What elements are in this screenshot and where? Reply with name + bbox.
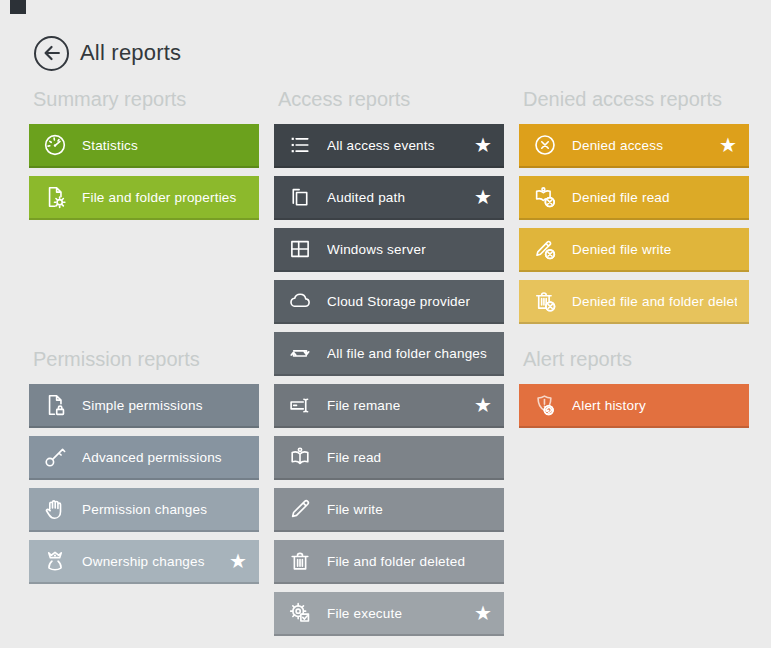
favorite-star-icon: ★ [468,135,492,155]
section-title: Permission reports [33,348,255,371]
report-button-label: File write [327,502,383,517]
hand-icon [42,496,68,522]
report-button-file-execute[interactable]: File execute★ [274,592,504,636]
back-button[interactable] [34,36,69,71]
page-header: All reports [34,35,181,71]
report-button-advanced-permissions[interactable]: Advanced permissions [29,436,259,480]
report-button-label: Denied access [572,138,663,153]
section-title: Summary reports [33,88,255,111]
report-button-file-and-folder-properties[interactable]: File and folder properties [29,176,259,220]
report-button-label: Cloud Storage provider [327,294,470,309]
report-button-label: File and folder deleted [327,554,465,569]
report-button-label: Denied file read [572,190,670,205]
favorite-star-icon: ★ [468,187,492,207]
section-access-reports: Access reportsAll access events★Audited … [274,88,504,644]
favorite-star-icon: ★ [223,551,247,571]
section-alert-reports: Alert reportsAlert history [519,348,749,436]
report-button-statistics[interactable]: Statistics [29,124,259,168]
trash-icon [287,548,313,574]
favorite-star-icon: ★ [468,603,492,623]
page-title: All reports [80,40,181,66]
shield-alert-history-icon [532,392,558,418]
report-button-label: All access events [327,138,435,153]
report-button-label: Simple permissions [82,398,203,413]
report-button-label: Denied file write [572,242,671,257]
section-denied-access-reports: Denied access reportsDenied access★Denie… [519,88,749,332]
section-title: Access reports [278,88,500,111]
report-button-cloud-storage-provider[interactable]: Cloud Storage provider [274,280,504,324]
report-button-label: Ownership changes [82,554,205,569]
report-button-denied-file-write[interactable]: Denied file write [519,228,749,272]
section-summary-reports: Summary reportsStatisticsFile and folder… [29,88,259,228]
windows-icon [287,236,313,262]
document-gear-icon [42,184,68,210]
report-button-label: Audited path [327,190,405,205]
section-permission-reports: Permission reportsSimple permissionsAdva… [29,348,259,592]
gauge-icon [42,132,68,158]
key-icon [42,444,68,470]
report-button-label: Alert history [572,398,646,413]
pencil-icon [287,496,313,522]
list-icon [287,132,313,158]
report-button-denied-file-and-folder-delete[interactable]: Denied file and folder delete [519,280,749,324]
favorite-star-icon: ★ [713,135,737,155]
open-book-icon [287,444,313,470]
report-button-label: Denied file and folder delete [572,294,737,309]
report-button-alert-history[interactable]: Alert history [519,384,749,428]
report-button-label: File remane [327,398,400,413]
report-button-file-read[interactable]: File read [274,436,504,480]
report-button-simple-permissions[interactable]: Simple permissions [29,384,259,428]
cloud-icon [287,288,313,314]
circle-x-icon [532,132,558,158]
report-button-label: File read [327,450,381,465]
report-button-ownership-changes[interactable]: Ownership changes★ [29,540,259,584]
report-button-denied-file-read[interactable]: Denied file read [519,176,749,220]
rename-field-icon [287,392,313,418]
pencil-x-icon [532,236,558,262]
report-button-label: File execute [327,606,402,621]
report-button-file-and-folder-deleted[interactable]: File and folder deleted [274,540,504,584]
crown-person-icon [42,548,68,574]
report-button-file-remane[interactable]: File remane★ [274,384,504,428]
report-button-label: Windows server [327,242,426,257]
document-lock-icon [42,392,68,418]
gear-check-icon [287,600,313,626]
copy-pages-icon [287,184,313,210]
report-button-label: Advanced permissions [82,450,222,465]
report-button-denied-access[interactable]: Denied access★ [519,124,749,168]
book-x-icon [532,184,558,210]
back-arrow-icon [41,42,63,64]
report-button-all-file-and-folder-changes[interactable]: All file and folder changes [274,332,504,376]
report-button-label: Statistics [82,138,138,153]
report-button-permission-changes[interactable]: Permission changes [29,488,259,532]
report-button-windows-server[interactable]: Windows server [274,228,504,272]
trash-x-icon [532,288,558,314]
window-corner-accent [10,0,26,14]
report-button-all-access-events[interactable]: All access events★ [274,124,504,168]
report-button-audited-path[interactable]: Audited path★ [274,176,504,220]
report-button-label: File and folder properties [82,190,237,205]
report-button-file-write[interactable]: File write [274,488,504,532]
loop-arrows-icon [287,340,313,366]
section-title: Alert reports [523,348,745,371]
favorite-star-icon: ★ [468,395,492,415]
report-button-label: All file and folder changes [327,346,487,361]
section-title: Denied access reports [523,88,745,111]
report-button-label: Permission changes [82,502,207,517]
